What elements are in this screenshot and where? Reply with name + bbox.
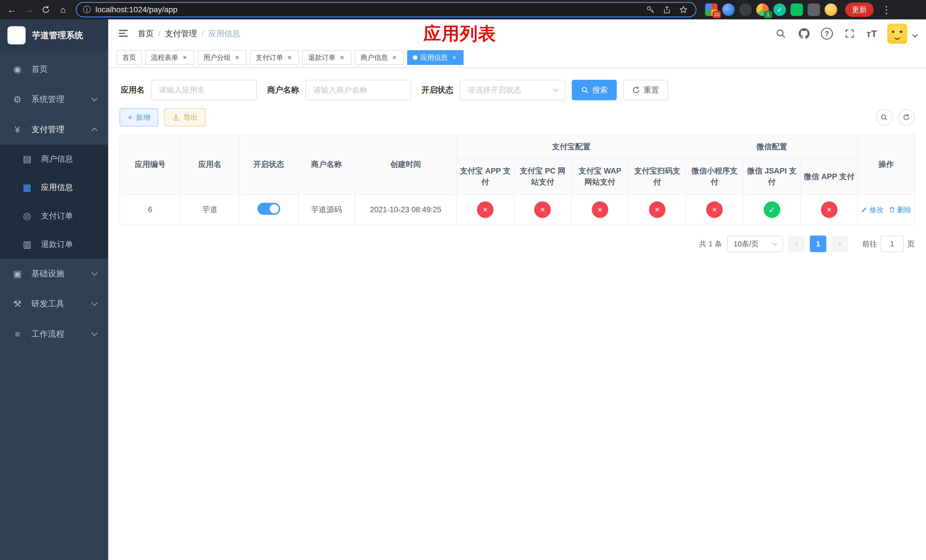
next-page-button[interactable]: › [831,236,848,252]
tab-app-info[interactable]: 应用信息 × [407,50,464,65]
sidebar-item-app-info[interactable]: ▦ 应用信息 [0,173,108,202]
status-select[interactable]: 请选择开启状态 [460,80,566,100]
merchant-name-input[interactable] [305,80,411,100]
sidebar-item-merchant-info[interactable]: ▤ 商户信息 [0,145,108,173]
add-button[interactable]: + 新增 [120,108,158,127]
tab-label: 流程表单 [151,53,178,62]
sidebar-item-devtools[interactable]: ⚒ 研发工具 [0,289,108,319]
close-icon[interactable]: × [286,54,293,61]
extension-icon-5[interactable]: ✓ [773,3,786,16]
info-icon[interactable]: ⓘ [83,4,91,15]
reset-button[interactable]: 重置 [623,80,668,100]
status-switch[interactable] [257,203,280,215]
sidebar-item-label: 工作流程 [31,328,84,340]
chevron-down-icon [91,300,98,306]
goto-page-input[interactable] [881,236,904,252]
tab-pay-order[interactable]: 支付订单 × [250,50,299,65]
close-icon[interactable]: × [233,54,241,61]
sidebar: 芋道管理系统 ◉ 首页 ⚙ 系统管理 ¥ 支付管理 ▤ 商户信息 [0,20,108,560]
sidebar-item-label: 应用信息 [41,182,97,193]
cell-merchant: 芋道源码 [298,194,354,225]
export-button[interactable]: 导出 [164,108,206,127]
chevron-down-icon [91,95,98,102]
font-size-icon[interactable]: тT [867,28,877,39]
logo-image [8,26,26,44]
toggle-search-button[interactable] [876,109,893,126]
page-button-1[interactable]: 1 [810,236,826,252]
sidebar-item-label: 系统管理 [31,94,84,105]
avatar[interactable] [887,24,907,44]
tab-label: 用户分组 [203,53,231,62]
close-icon[interactable]: × [181,54,189,61]
total-count: 共 1 条 [699,239,722,249]
extension-icon-4[interactable]: 1 [756,3,769,16]
forward-icon[interactable]: → [21,2,36,17]
workflow-icon: ≡ [11,329,23,339]
home-icon[interactable]: ⌂ [55,2,71,17]
sidebar-item-infrastructure[interactable]: ▣ 基础设施 [0,259,108,289]
bookmark-star-icon[interactable] [678,4,689,16]
extension-icon-7[interactable] [808,3,820,16]
app-logo[interactable]: 芋道管理系统 [0,20,108,51]
tab-refund-order[interactable]: 退款订单 × [303,50,351,65]
back-icon[interactable]: ← [4,2,20,17]
extension-icon-8[interactable] [825,3,837,16]
address-bar[interactable]: ⓘ localhost:1024/pay/app [76,2,696,17]
tab-user-group[interactable]: 用户分组 × [198,50,247,65]
extension-icon-2[interactable] [722,3,735,16]
browser-menu-icon[interactable]: ⋮ [878,4,895,15]
breadcrumb-section[interactable]: 支付管理 [165,28,197,39]
github-icon[interactable] [797,27,811,40]
fullscreen-icon[interactable] [843,27,856,40]
row-operations: 修改 删除 [860,205,912,215]
sidebar-item-home[interactable]: ◉ 首页 [0,54,108,84]
cell-created: 2021-10-23 08:49:25 [355,194,457,225]
group-header-alipay: 支付宝配置 [457,135,686,159]
sidebar-item-label: 基础设施 [31,268,84,279]
extension-icon-3[interactable] [739,3,752,16]
share-icon[interactable] [661,4,673,16]
prev-page-button[interactable]: ‹ [788,236,805,252]
extension-icon-6[interactable] [790,3,803,16]
reload-icon[interactable] [38,2,53,17]
search-button[interactable]: 搜索 [572,80,617,100]
hamburger-icon[interactable] [117,27,130,40]
tags-view: 首页 流程表单 × 用户分组 × 支付订单 × 退款订单 × 商户信息 × [108,48,926,68]
wechat-mini-status-icon: × [706,201,723,218]
tab-process-form[interactable]: 流程表单 × [145,50,194,65]
sidebar-item-refund-order[interactable]: ▥ 退款订单 [0,230,108,259]
tab-label: 商户信息 [360,53,388,62]
page-size-select[interactable]: 10条/页 [727,236,783,252]
chevron-down-icon [91,269,98,276]
col-header-alipay-app: 支付宝 APP 支付 [457,159,514,194]
tab-merchant-info[interactable]: 商户信息 × [355,50,404,65]
sidebar-item-pay-order[interactable]: ◎ 支付订单 [0,202,108,230]
filter-form: 应用名 商户名称 开启状态 请选择开启状态 搜索 重置 [120,76,915,103]
browser-update-button[interactable]: 更新 [845,3,874,17]
payment-submenu: ▤ 商户信息 ▦ 应用信息 ◎ 支付订单 ▥ 退款订单 [0,145,108,259]
password-key-icon[interactable] [645,4,656,16]
app-name-input[interactable] [151,80,257,100]
sidebar-item-payment[interactable]: ¥ 支付管理 [0,115,108,145]
sidebar-item-label: 支付管理 [31,124,84,135]
extension-icon-1[interactable]: 10 [705,3,717,16]
sidebar-item-workflow[interactable]: ≡ 工作流程 [0,319,108,349]
tab-home[interactable]: 首页 [117,50,142,65]
close-icon[interactable]: × [391,54,398,61]
refresh-table-button[interactable] [898,109,915,126]
app-name-label: 应用名 [121,85,145,95]
edit-link[interactable]: 修改 [861,205,884,215]
sidebar-item-system[interactable]: ⚙ 系统管理 [0,84,108,115]
help-icon[interactable]: ? [821,28,833,39]
delete-link[interactable]: 删除 [889,205,911,215]
chevron-up-icon [91,128,98,134]
avatar-caret-icon[interactable] [912,32,918,38]
search-icon[interactable] [774,27,787,40]
close-icon[interactable]: × [451,54,458,61]
wechat-jsapi-status-icon: ✓ [764,201,780,218]
breadcrumb-home[interactable]: 首页 [138,28,154,39]
close-icon[interactable]: × [338,54,346,61]
table-tools [876,109,915,126]
merchant-name-label: 商户名称 [267,85,299,95]
reset-button-label: 重置 [643,85,659,95]
